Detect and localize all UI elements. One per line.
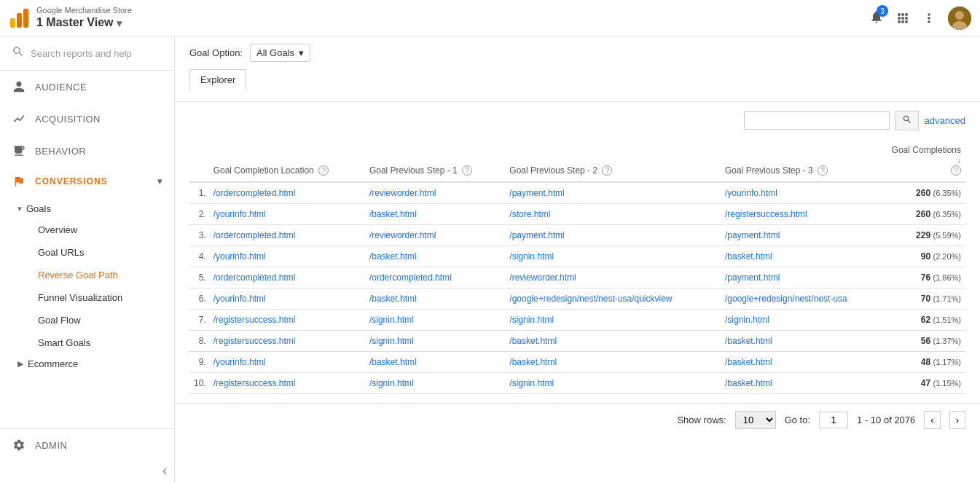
- sidebar-search[interactable]: Search reports and help: [0, 36, 174, 71]
- sidebar-item-acquisition[interactable]: ACQUISITION: [0, 103, 174, 135]
- tab-explorer[interactable]: Explorer: [189, 69, 246, 90]
- cell-pct-3: (2.20%): [933, 252, 961, 261]
- prev1-link-6[interactable]: /signin.html: [369, 315, 414, 325]
- col-header-goal-completion-location: Goal Completion Location ?: [209, 139, 365, 182]
- prev2-link-5[interactable]: /google+redesign/nest/nest-usa/quickview: [509, 294, 672, 304]
- prev1-link-7[interactable]: /signin.html: [369, 336, 414, 346]
- row-num-8: 9.: [189, 352, 209, 373]
- table-row: 9. /yourinfo.html /basket.html /basket.h…: [189, 352, 965, 373]
- prev3-link-0[interactable]: /yourinfo.html: [725, 188, 777, 198]
- table-search-button[interactable]: [895, 111, 919, 130]
- goal-loc-link-2[interactable]: /ordercompleted.html: [213, 230, 296, 240]
- prev2-link-4[interactable]: /revieworder.html: [509, 272, 576, 283]
- goal-loc-link-4[interactable]: /ordercompleted.html: [213, 272, 296, 283]
- goal-loc-link-9[interactable]: /registersuccess.html: [213, 378, 296, 388]
- advanced-link[interactable]: advanced: [925, 115, 965, 126]
- goals-section-header[interactable]: ▾ Goals: [0, 199, 174, 219]
- prev1-link-9[interactable]: /signin.html: [369, 378, 414, 388]
- notification-button[interactable]: 3: [869, 9, 884, 26]
- goal-loc-link-8[interactable]: /yourinfo.html: [213, 357, 266, 367]
- sidebar-item-admin[interactable]: ADMIN: [0, 429, 174, 461]
- acquisition-label: ACQUISITION: [35, 114, 101, 125]
- top-header: Google Merchandise Store 1 Master View ▾…: [0, 0, 980, 36]
- rows-per-page-select[interactable]: 10 25 50 100: [735, 411, 776, 429]
- row-num-0: 1.: [189, 182, 209, 204]
- sidebar-item-conversions[interactable]: CONVERSIONS ▾: [0, 167, 174, 196]
- sidebar-item-ecommerce[interactable]: ▶ Ecommerce: [0, 354, 174, 374]
- sidebar-item-audience[interactable]: AUDIENCE: [0, 71, 174, 103]
- cell-goal-loc-2: /ordercompleted.html: [209, 225, 365, 246]
- prev2-link-9[interactable]: /signin.html: [509, 378, 554, 388]
- help-icon-col0[interactable]: ?: [318, 165, 329, 176]
- table-search-input[interactable]: [744, 111, 890, 130]
- row-num-2: 3.: [189, 225, 209, 246]
- row-num-4: 5.: [189, 267, 209, 288]
- cell-prev3-1: /registersuccess.html: [721, 204, 885, 225]
- prev3-link-2[interactable]: /payment.html: [725, 230, 780, 240]
- header-view[interactable]: 1 Master View ▾: [36, 15, 132, 31]
- cell-prev2-2: /payment.html: [505, 225, 721, 246]
- cell-prev1-0: /revieworder.html: [365, 182, 505, 204]
- prev2-link-1[interactable]: /store.html: [509, 209, 550, 219]
- goal-loc-link-5[interactable]: /yourinfo.html: [213, 294, 266, 304]
- view-dropdown-arrow[interactable]: ▾: [117, 17, 122, 30]
- goto-input[interactable]: [819, 412, 848, 428]
- next-page-button[interactable]: ›: [949, 411, 965, 429]
- help-icon-col1[interactable]: ?: [462, 165, 472, 176]
- col-header-goal-completions[interactable]: Goal Completions ↓ ?: [885, 139, 965, 182]
- sidebar-item-reverse-goal-path[interactable]: Reverse Goal Path: [0, 264, 174, 286]
- sidebar-item-smart-goals[interactable]: Smart Goals: [0, 331, 174, 354]
- prev2-link-3[interactable]: /signin.html: [509, 251, 554, 262]
- view-label: 1 Master View: [36, 15, 114, 31]
- sidebar-item-goal-urls[interactable]: Goal URLs: [0, 241, 174, 264]
- prev3-link-5[interactable]: /google+redesign/nest/nest-usa: [725, 294, 847, 304]
- apps-icon[interactable]: [895, 11, 910, 25]
- help-icon-col3[interactable]: ?: [818, 165, 828, 176]
- cell-completions-4: 76 (1.86%): [885, 267, 965, 288]
- goal-loc-link-3[interactable]: /yourinfo.html: [213, 251, 266, 262]
- sidebar-item-funnel-visualization[interactable]: Funnel Visualization: [0, 286, 174, 309]
- goal-option-dropdown[interactable]: All Goals ▾: [250, 44, 310, 62]
- prev3-link-9[interactable]: /basket.html: [725, 378, 772, 388]
- goal-loc-link-6[interactable]: /registersuccess.html: [213, 315, 296, 325]
- row-num-5: 6.: [189, 288, 209, 310]
- help-icon-col2[interactable]: ?: [602, 165, 612, 176]
- prev2-link-8[interactable]: /basket.html: [509, 357, 557, 367]
- more-vert-icon[interactable]: [922, 11, 936, 25]
- prev3-link-6[interactable]: /signin.html: [725, 315, 769, 325]
- cell-goal-loc-8: /yourinfo.html: [209, 352, 365, 373]
- prev3-link-7[interactable]: /basket.html: [725, 336, 772, 346]
- prev2-link-7[interactable]: /basket.html: [509, 336, 557, 346]
- cell-prev2-7: /basket.html: [505, 331, 721, 352]
- help-icon-col4[interactable]: ?: [951, 165, 961, 176]
- goal-loc-link-7[interactable]: /registersuccess.html: [213, 336, 296, 346]
- cell-completions-2: 229 (5.59%): [885, 225, 965, 246]
- prev1-link-0[interactable]: /revieworder.html: [369, 188, 436, 198]
- prev-page-button[interactable]: ‹: [924, 411, 940, 429]
- prev1-link-4[interactable]: /ordercompleted.html: [369, 272, 452, 283]
- goal-loc-link-0[interactable]: /ordercompleted.html: [213, 188, 296, 198]
- prev1-link-8[interactable]: /basket.html: [369, 357, 417, 367]
- user-avatar[interactable]: [948, 7, 971, 30]
- sidebar-item-goal-flow[interactable]: Goal Flow: [0, 309, 174, 331]
- goal-loc-link-1[interactable]: /yourinfo.html: [213, 209, 266, 219]
- header-account: Google Merchandise Store 1 Master View ▾: [36, 5, 132, 31]
- prev1-link-3[interactable]: /basket.html: [369, 251, 417, 262]
- prev2-link-0[interactable]: /payment.html: [509, 188, 564, 198]
- prev3-link-4[interactable]: /payment.html: [725, 272, 780, 283]
- sidebar-item-behavior[interactable]: BEHAVIOR: [0, 135, 174, 167]
- prev3-link-8[interactable]: /basket.html: [725, 357, 772, 367]
- table-row: 7. /registersuccess.html /signin.html /s…: [189, 310, 965, 331]
- prev2-link-2[interactable]: /payment.html: [509, 230, 564, 240]
- prev2-link-6[interactable]: /signin.html: [509, 315, 554, 325]
- prev3-link-3[interactable]: /basket.html: [725, 251, 772, 262]
- prev1-link-1[interactable]: /basket.html: [369, 209, 417, 219]
- prev1-link-5[interactable]: /basket.html: [369, 294, 417, 304]
- sidebar-item-overview[interactable]: Overview: [0, 219, 174, 241]
- sidebar-collapse-button[interactable]: [158, 465, 171, 480]
- table-row: 2. /yourinfo.html /basket.html /store.ht…: [189, 204, 965, 225]
- table-section: advanced Goal Completion Location ? Goal…: [175, 102, 980, 403]
- prev1-link-2[interactable]: /revieworder.html: [369, 230, 436, 240]
- cell-pct-9: (1.15%): [933, 379, 961, 388]
- prev3-link-1[interactable]: /registersuccess.html: [725, 209, 807, 219]
